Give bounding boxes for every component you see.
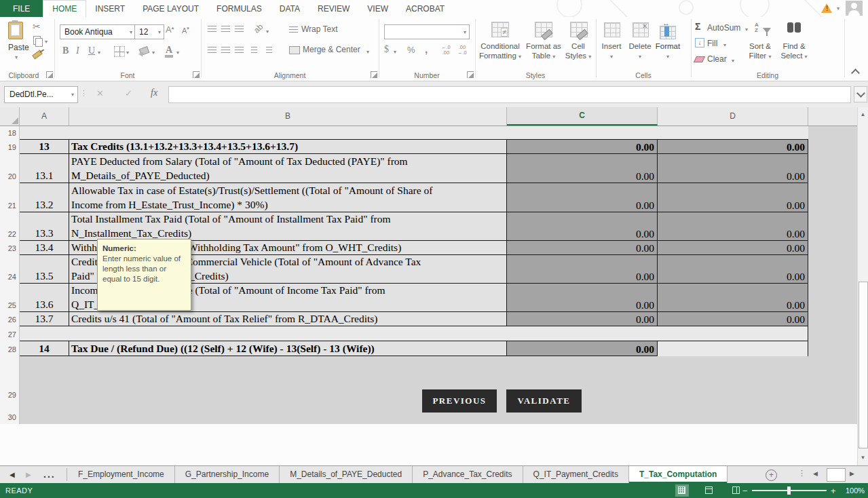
align-right-icon[interactable] [235, 47, 244, 53]
number-format-caret-icon[interactable]: ▾ [464, 30, 466, 35]
ribbon-tab-home[interactable]: HOME [43, 0, 86, 18]
align-middle-icon[interactable] [221, 26, 230, 32]
increase-decimal-icon[interactable]: ←.0.00 [441, 45, 451, 56]
ribbon-tab-data[interactable]: DATA [271, 0, 309, 17]
sheet-nav-right-icon[interactable]: ▶ [26, 466, 31, 483]
font-color-icon[interactable]: A [166, 45, 172, 56]
percent-style-icon[interactable]: % [407, 45, 415, 55]
page-layout-view-button[interactable] [702, 484, 716, 497]
ribbon-tab-view[interactable]: VIEW [358, 0, 397, 17]
cell-A20[interactable]: 13.1 [20, 154, 69, 183]
warning-caret-icon[interactable]: ▾ [837, 6, 839, 12]
cell-D23[interactable]: 0.00 [658, 241, 808, 255]
user-avatar[interactable] [846, 1, 863, 16]
copy-caret-icon[interactable]: ▾ [45, 39, 48, 45]
font-name-caret-icon[interactable]: ▾ [130, 30, 132, 35]
cell-B21[interactable]: Allowable Tax in case of Estate(s)/Trust… [69, 183, 507, 212]
formula-input[interactable] [168, 86, 851, 103]
sheet-tab-g_partnership_income[interactable]: G_Partnership_Income [175, 466, 280, 483]
underline-button[interactable]: U [88, 45, 95, 56]
bold-button[interactable]: B [62, 45, 69, 56]
orientation-caret-icon[interactable]: ▾ [266, 29, 269, 35]
paste-button[interactable]: Paste [8, 43, 29, 52]
validate-button[interactable]: VALIDATE [506, 389, 582, 413]
column-header-a[interactable]: A [20, 107, 69, 126]
ribbon-tab-review[interactable]: REVIEW [309, 0, 358, 17]
zoom-out-button[interactable]: − [742, 486, 748, 496]
conditional-formatting-button[interactable]: Conditional Formatting ▾ [478, 41, 523, 60]
normal-view-button[interactable] [675, 484, 689, 497]
fill-color-icon[interactable] [139, 46, 150, 56]
format-painter-icon[interactable] [32, 50, 42, 60]
cell-D20[interactable]: 0.00 [658, 154, 808, 183]
sheet-tab-f_employment_income[interactable]: F_Employment_Income [68, 466, 175, 483]
cell-D22[interactable]: 0.00 [658, 212, 808, 241]
sheet-tab-p_advance_tax_credits[interactable]: P_Advance_Tax_Credits [413, 466, 523, 483]
row-number-28[interactable]: 28 [0, 345, 16, 355]
increase-indent-icon[interactable] [266, 47, 272, 53]
autosum-button[interactable]: AutoSum [707, 23, 740, 33]
number-format-combo[interactable]: ▾ [384, 24, 470, 39]
sheet-tab-m_details_of_paye_deducted[interactable]: M_Details_of_PAYE_Deducted [280, 466, 413, 483]
font-size-caret-icon[interactable]: ▾ [158, 30, 161, 35]
fill-color-caret-icon[interactable]: ▾ [152, 50, 155, 56]
cell-A26[interactable]: 13.7 [20, 312, 69, 326]
cell-C26[interactable]: 0.00 [507, 312, 658, 326]
row-number-29[interactable]: 29 [0, 391, 16, 400]
enter-icon[interactable]: ✓ [125, 88, 132, 98]
paste-caret-icon[interactable]: ▾ [15, 55, 18, 60]
sheet-nav-left-icon[interactable]: ◀ [10, 466, 15, 483]
grow-font-button[interactable]: A▴ [166, 24, 174, 35]
row-number-23[interactable]: 23 [0, 244, 16, 254]
row-number-24[interactable]: 24 [0, 273, 16, 282]
cell-A25[interactable]: 13.6 [20, 284, 69, 312]
merge-center-caret-icon[interactable]: ▾ [366, 50, 369, 55]
comma-style-icon[interactable]: , [425, 43, 428, 55]
cut-icon[interactable]: ✂ [33, 21, 41, 32]
clear-caret-icon[interactable]: ▾ [732, 58, 734, 64]
cell-B26[interactable]: Credits u/s 41 (Total of "Amount of Tax … [69, 312, 507, 326]
cancel-icon[interactable]: ✕ [96, 88, 104, 98]
scroll-up-icon[interactable]: ▲ [858, 107, 868, 122]
find-select-button[interactable]: Find & Select ▾ [778, 41, 810, 60]
cell-D25[interactable]: 0.00 [658, 284, 808, 312]
row-number-30[interactable]: 30 [0, 413, 16, 423]
font-size-combo[interactable]: 12▾ [134, 24, 164, 39]
sort-filter-button[interactable]: Sort & Filter ▾ [744, 41, 776, 60]
sheet-tab-q_it_payment_credits[interactable]: Q_IT_Payment_Credits [523, 466, 629, 483]
orientation-icon[interactable]: ab [252, 22, 265, 35]
hscroll-right-icon[interactable]: ▶ [850, 470, 854, 477]
decrease-decimal-icon[interactable]: .00→.0 [457, 45, 467, 56]
previous-button[interactable]: PREVIOUS [422, 389, 497, 413]
ribbon-tab-file[interactable]: FILE [0, 0, 43, 17]
hscroll-thumb[interactable] [827, 468, 846, 482]
select-all-corner[interactable] [0, 107, 20, 126]
zoom-in-button[interactable]: + [831, 486, 836, 496]
page-break-view-button[interactable] [730, 484, 743, 497]
row-number-21[interactable]: 21 [0, 202, 16, 211]
row-number-19[interactable]: 19 [0, 143, 16, 153]
row-number-22[interactable]: 22 [0, 230, 16, 240]
name-box[interactable]: DedDtl.Pe...▾ [4, 86, 78, 103]
italic-button[interactable]: I [76, 45, 79, 56]
align-bottom-icon[interactable] [235, 26, 244, 32]
cell-A22[interactable]: 13.3 [20, 212, 69, 241]
font-name-combo[interactable]: Book Antiqua▾ [60, 24, 136, 39]
insert-function-icon[interactable]: fx [151, 88, 157, 98]
cell-C20[interactable]: 0.00 [507, 154, 658, 183]
format-cells-button[interactable]: Format▾ [653, 41, 683, 60]
cell-styles-button[interactable]: Cell Styles ▾ [563, 41, 593, 60]
underline-caret-icon[interactable]: ▾ [98, 50, 100, 56]
row-18-strip[interactable] [20, 126, 808, 140]
fill-button[interactable]: Fill [707, 39, 717, 48]
cell-A19[interactable]: 13 [20, 140, 69, 154]
scrollbar-thumb[interactable] [858, 282, 868, 448]
decrease-indent-icon[interactable] [251, 47, 257, 53]
row-number-20[interactable]: 20 [0, 172, 16, 182]
sheet-tab-overflow[interactable]: ... [43, 466, 56, 483]
alignment-dialog-launcher[interactable] [371, 71, 377, 78]
new-sheet-button[interactable]: + [766, 470, 777, 481]
vertical-scrollbar[interactable]: ▲ ▼ [857, 107, 868, 465]
cell-A24[interactable]: 13.5 [20, 255, 69, 284]
column-header-d[interactable]: D [658, 107, 808, 126]
